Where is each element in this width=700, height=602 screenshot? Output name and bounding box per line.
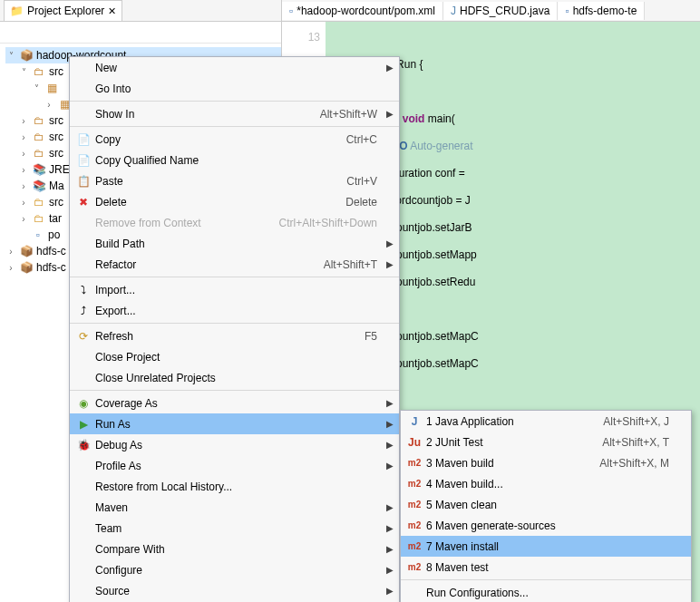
editor-tab-demo[interactable]: ▫ hdfs-demo-te — [558, 2, 645, 20]
menu-item-4-maven-build[interactable]: m24 Maven build... — [401, 473, 691, 494]
menu-item-refresh[interactable]: ⟳RefreshF5 — [70, 325, 399, 346]
menu-item-coverage-as[interactable]: ◉Coverage As▶ — [70, 393, 399, 413]
submenu-arrow-icon: ▶ — [386, 440, 394, 450]
shortcut: F5 — [346, 330, 377, 343]
menu-item-go-into[interactable]: Go Into — [70, 78, 399, 99]
menu-item-copy-qualified-name[interactable]: 📄Copy Qualified Name — [70, 150, 399, 170]
menu-label: 2 JUnit Test — [424, 436, 584, 449]
java-file-icon: J — [451, 5, 456, 17]
menu-item-run-as[interactable]: ▶Run As▶ — [70, 413, 399, 434]
separator — [401, 579, 691, 580]
separator — [70, 323, 399, 324]
menu-item-paste[interactable]: 📋PasteCtrl+V — [70, 170, 399, 191]
menu-item-1-java-application[interactable]: J1 Java ApplicationAlt+Shift+X, J — [401, 411, 691, 432]
menu-label: Copy Qualified Name — [93, 154, 377, 167]
menu-item-8-maven-test[interactable]: m28 Maven test — [401, 557, 691, 578]
menu-item-configure[interactable]: Configure▶ — [70, 559, 399, 580]
junit-icon: Ju — [404, 436, 424, 449]
menu-item-remove-from-context: Remove from ContextCtrl+Alt+Shift+Down — [70, 212, 399, 233]
separator — [70, 390, 399, 391]
m2-icon: m2 — [404, 562, 424, 572]
xml-file-icon: ▫ — [289, 5, 293, 17]
menu-item-debug-as[interactable]: 🐞Debug As▶ — [70, 434, 399, 455]
shortcut: Alt+Shift+X, T — [584, 436, 669, 449]
shortcut: Alt+Shift+T — [306, 258, 377, 271]
menu-item-compare-with[interactable]: Compare With▶ — [70, 539, 399, 559]
menu-item-delete[interactable]: ✖DeleteDelete — [70, 191, 399, 212]
submenu-arrow-icon: ▶ — [386, 238, 394, 248]
menu-item-copy[interactable]: 📄CopyCtrl+C — [70, 129, 399, 150]
expand-icon[interactable]: ˅ — [18, 67, 29, 77]
menu-label: New — [93, 62, 377, 74]
copy-icon: 📄 — [73, 133, 93, 146]
menu-label: Go Into — [93, 83, 377, 95]
menu-item-export[interactable]: ⤴Export... — [70, 300, 399, 321]
separator — [70, 126, 399, 127]
submenu-arrow-icon: ▶ — [386, 398, 394, 408]
maven-project-icon: 📦 — [19, 244, 34, 258]
menu-label: 3 Maven build — [424, 457, 581, 470]
menu-item-close-project[interactable]: Close Project — [70, 346, 399, 367]
context-menu: New▶Go IntoShow InAlt+Shift+W▶📄CopyCtrl+… — [69, 56, 400, 602]
menu-item-build-path[interactable]: Build Path▶ — [70, 233, 399, 254]
menu-item-restore-from-local-history[interactable]: Restore from Local History... — [70, 476, 399, 497]
menu-label: Show In — [93, 108, 302, 121]
xml-file-icon: ▫ — [565, 5, 569, 17]
tab-label: *hadoop-wordcount/pom.xml — [297, 5, 435, 17]
menu-item-show-in[interactable]: Show InAlt+Shift+W▶ — [70, 103, 399, 124]
menu-item-refactor[interactable]: RefactorAlt+Shift+T▶ — [70, 254, 399, 275]
submenu-arrow-icon: ▶ — [386, 259, 394, 269]
editor-tab-hdfs[interactable]: J HDFS_CRUD.java — [443, 2, 558, 20]
menu-item-2-junit-test[interactable]: Ju2 JUnit TestAlt+Shift+X, T — [401, 432, 691, 452]
library-icon: 📚 — [32, 162, 46, 177]
menu-item-source[interactable]: Source▶ — [70, 580, 399, 601]
expand-icon[interactable]: › — [44, 100, 54, 110]
expand-icon[interactable]: ˅ — [5, 51, 16, 61]
menu-item-new[interactable]: New▶ — [70, 57, 399, 78]
menu-label: Delete — [93, 196, 327, 209]
menu-item-run-configurations[interactable]: Run Configurations... — [401, 582, 691, 602]
editor-tabs: ▫ *hadoop-wordcount/pom.xml J HDFS_CRUD.… — [282, 0, 700, 22]
explorer-tab[interactable]: 📁 Project Explorer ✕ — [4, 0, 122, 21]
menu-item-7-maven-install[interactable]: m27 Maven install — [401, 536, 691, 557]
shortcut: Ctrl+Alt+Shift+Down — [261, 217, 377, 229]
close-icon[interactable]: ✕ — [108, 5, 116, 17]
shortcut: Alt+Shift+W — [302, 108, 377, 121]
menu-label: 5 Maven clean — [424, 499, 669, 511]
menu-item-maven[interactable]: Maven▶ — [70, 497, 399, 518]
menu-item-team[interactable]: Team▶ — [70, 518, 399, 539]
menu-label: Import... — [93, 284, 377, 296]
source-folder-icon: 🗀 — [32, 130, 46, 144]
tab-label: hdfs-demo-te — [573, 5, 637, 17]
source-folder-icon: 🗀 — [32, 64, 46, 79]
menu-label: 6 Maven generate-sources — [424, 519, 669, 532]
menu-label: Build Path — [93, 238, 377, 250]
menu-item-6-maven-generate-sources[interactable]: m26 Maven generate-sources — [401, 515, 691, 536]
shortcut: Alt+Shift+X, J — [585, 415, 669, 428]
menu-item-5-maven-clean[interactable]: m25 Maven clean — [401, 494, 691, 515]
m2-icon: m2 — [404, 479, 424, 489]
m2-icon: m2 — [404, 458, 424, 468]
shortcut: Delete — [327, 196, 377, 209]
package-icon: ▦ — [44, 81, 59, 95]
editor-tab-pom[interactable]: ▫ *hadoop-wordcount/pom.xml — [282, 2, 443, 20]
menu-item-profile-as[interactable]: Profile As▶ — [70, 455, 399, 476]
separator — [70, 101, 399, 102]
menu-item-3-maven-build[interactable]: m23 Maven buildAlt+Shift+X, M — [401, 452, 691, 473]
menu-label: Profile As — [93, 460, 377, 472]
expand-icon[interactable]: ˅ — [31, 83, 42, 93]
source-folder-icon: 🗀 — [32, 113, 46, 128]
menu-label: Refresh — [93, 330, 346, 343]
library-icon: 📚 — [32, 179, 46, 193]
menu-item-import[interactable]: ⤵Import... — [70, 279, 399, 300]
paste-icon: 📋 — [73, 175, 93, 188]
menu-label: 7 Maven install — [424, 540, 669, 553]
copy-icon: 📄 — [73, 154, 93, 167]
import-icon: ⤵ — [73, 284, 93, 296]
submenu-arrow-icon: ▶ — [386, 544, 394, 554]
menu-item-close-unrelated-projects[interactable]: Close Unrelated Projects — [70, 367, 399, 388]
submenu-arrow-icon: ▶ — [386, 109, 394, 119]
run-as-submenu: J1 Java ApplicationAlt+Shift+X, JJu2 JUn… — [400, 410, 692, 602]
explorer-title: Project Explorer — [27, 5, 104, 17]
source-folder-icon: 🗀 — [32, 146, 46, 160]
